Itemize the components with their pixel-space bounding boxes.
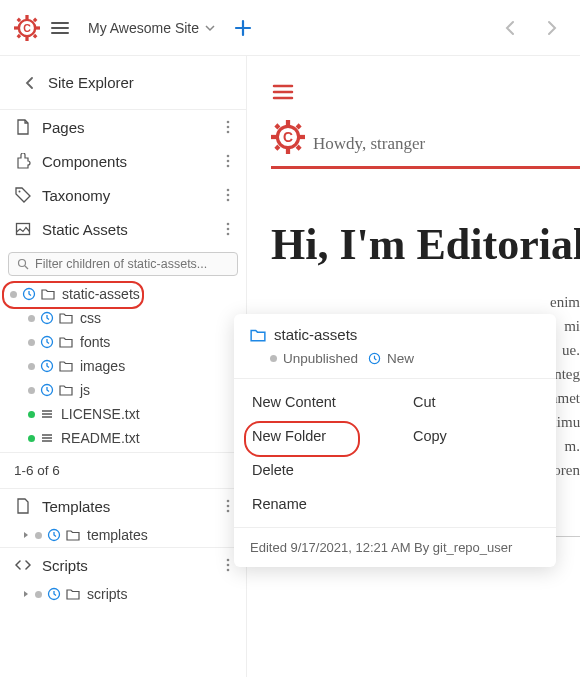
svg-point-24 (19, 260, 26, 267)
topbar: C My Awesome Site (0, 0, 580, 56)
context-menu-popover: static-assets Unpublished New New Conten… (234, 314, 556, 567)
page-heading: Hi, I'm Editorial (271, 219, 580, 270)
folder-icon (66, 587, 80, 601)
status-dot-icon (28, 363, 35, 370)
tree-item[interactable]: README.txt (0, 426, 246, 450)
svg-point-18 (227, 194, 230, 197)
assets-icon (14, 221, 32, 237)
tree-item[interactable]: LICENSE.txt (0, 402, 246, 426)
context-menu-rename[interactable]: Rename (234, 487, 395, 521)
svg-point-21 (227, 223, 230, 226)
context-menu-copy[interactable]: Copy (395, 419, 556, 453)
svg-rect-1 (25, 15, 28, 19)
context-menu-delete[interactable]: Delete (234, 453, 395, 487)
svg-point-15 (227, 165, 230, 168)
more-icon[interactable] (220, 118, 236, 136)
svg-point-12 (227, 131, 230, 134)
filter-input-wrap[interactable] (8, 252, 238, 276)
context-menu-footer: Edited 9/17/2021, 12:21 AM By git_repo_u… (234, 527, 556, 567)
svg-rect-3 (14, 26, 18, 29)
tree-item[interactable]: scripts (0, 582, 246, 606)
clock-icon (40, 335, 54, 349)
filter-input[interactable] (35, 257, 229, 271)
svg-text:C: C (283, 129, 293, 145)
svg-point-36 (227, 569, 230, 572)
nav-item-templates[interactable]: Templates (0, 489, 246, 523)
svg-point-22 (227, 228, 230, 231)
svg-rect-40 (286, 149, 290, 154)
status-unpublished-label: Unpublished (283, 351, 358, 366)
nav-item-taxonomy[interactable]: Taxonomy (0, 178, 246, 212)
sidebar: Site Explorer Pages Components Taxonomy (0, 56, 247, 677)
status-dot-icon (35, 532, 42, 539)
status-dot-icon (28, 339, 35, 346)
clock-icon (47, 528, 61, 542)
tree-root-static-assets[interactable]: static-assets (0, 282, 246, 306)
nav-item-static-assets[interactable]: Static Assets (0, 212, 246, 246)
chevron-down-icon (205, 23, 215, 33)
svg-point-34 (227, 559, 230, 562)
tree-item-label: fonts (80, 334, 110, 350)
clock-icon (47, 587, 61, 601)
nav-item-scripts[interactable]: Scripts (0, 548, 246, 582)
more-icon[interactable] (220, 220, 236, 238)
svg-point-32 (227, 510, 230, 513)
pagination-count: 1-6 of 6 (0, 452, 246, 488)
tree-item-label: scripts (87, 586, 127, 602)
nav-item-components[interactable]: Components (0, 144, 246, 178)
status-dot-icon (10, 291, 17, 298)
context-menu-new-folder[interactable]: New Folder (234, 419, 395, 453)
add-button[interactable] (233, 18, 253, 38)
clock-icon (368, 352, 381, 365)
svg-point-16 (19, 191, 21, 193)
menu-icon[interactable] (50, 18, 70, 38)
more-icon[interactable] (220, 186, 236, 204)
context-menu-cut[interactable]: Cut (395, 385, 556, 419)
tree-item-label: LICENSE.txt (61, 406, 140, 422)
tree-item[interactable]: images (0, 354, 246, 378)
nav-forward-icon[interactable] (536, 13, 566, 43)
svg-rect-2 (25, 36, 28, 40)
tree-item-label: js (80, 382, 90, 398)
context-menu-new-content[interactable]: New Content (234, 385, 395, 419)
svg-rect-41 (271, 135, 276, 139)
clock-icon (40, 359, 54, 373)
status-dot-icon (28, 411, 35, 418)
status-dot-icon (270, 355, 277, 362)
tree-item[interactable]: templates (0, 523, 246, 547)
file-lines-icon (40, 407, 54, 421)
app-logo-icon: C (14, 15, 40, 41)
more-icon[interactable] (220, 152, 236, 170)
tree-item[interactable]: css (0, 306, 246, 330)
tag-icon (14, 187, 32, 203)
tree-item[interactable]: fonts (0, 330, 246, 354)
content-menu-icon[interactable] (271, 80, 580, 104)
svg-point-30 (227, 500, 230, 503)
clock-icon (40, 383, 54, 397)
nav-item-pages[interactable]: Pages (0, 110, 246, 144)
greeting-text: Howdy, stranger (313, 134, 425, 154)
puzzle-icon (14, 153, 32, 169)
clock-icon (40, 311, 54, 325)
nav-item-label: Pages (42, 119, 210, 136)
tree-item-label: README.txt (61, 430, 140, 446)
site-name: My Awesome Site (88, 20, 199, 36)
back-icon[interactable] (24, 77, 36, 89)
nav-item-label: Taxonomy (42, 187, 210, 204)
tree-item[interactable]: js (0, 378, 246, 402)
nav-back-icon[interactable] (496, 13, 526, 43)
svg-point-11 (227, 126, 230, 129)
explorer-header: Site Explorer (0, 56, 246, 109)
site-selector[interactable]: My Awesome Site (88, 20, 215, 36)
svg-rect-4 (36, 26, 40, 29)
code-icon (14, 557, 32, 573)
nav-item-label: Templates (42, 498, 210, 515)
nav-item-label: Static Assets (42, 221, 210, 238)
file-lines-icon (40, 431, 54, 445)
folder-icon (59, 335, 73, 349)
status-dot-icon (28, 435, 35, 442)
svg-point-23 (227, 233, 230, 236)
svg-rect-39 (286, 120, 290, 125)
status-dot-icon (28, 387, 35, 394)
folder-icon (41, 287, 55, 301)
